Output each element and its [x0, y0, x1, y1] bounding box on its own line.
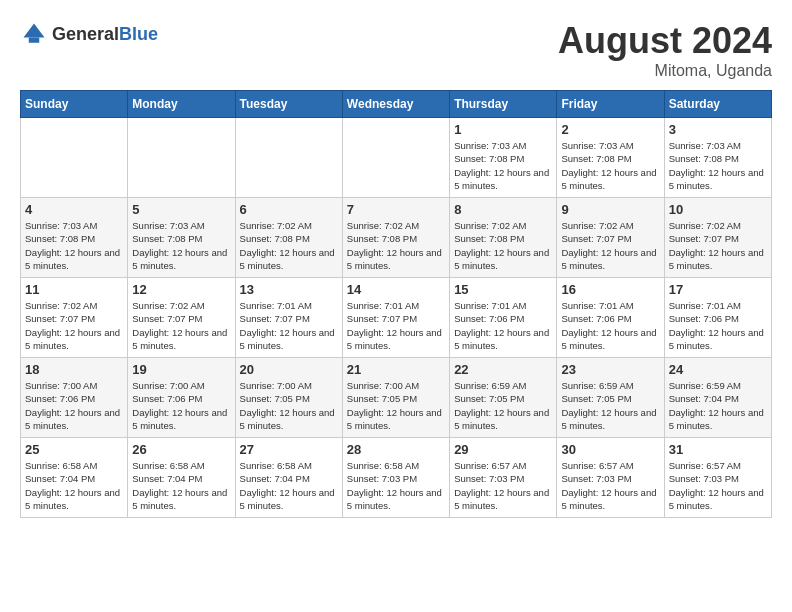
calendar-cell: 13Sunrise: 7:01 AMSunset: 7:07 PMDayligh…	[235, 278, 342, 358]
day-number: 11	[25, 282, 123, 297]
calendar-table: SundayMondayTuesdayWednesdayThursdayFrid…	[20, 90, 772, 518]
day-number: 15	[454, 282, 552, 297]
day-number: 25	[25, 442, 123, 457]
calendar-cell: 10Sunrise: 7:02 AMSunset: 7:07 PMDayligh…	[664, 198, 771, 278]
calendar-cell: 24Sunrise: 6:59 AMSunset: 7:04 PMDayligh…	[664, 358, 771, 438]
weekday-header-saturday: Saturday	[664, 91, 771, 118]
day-number: 16	[561, 282, 659, 297]
weekday-header-sunday: Sunday	[21, 91, 128, 118]
calendar-cell: 29Sunrise: 6:57 AMSunset: 7:03 PMDayligh…	[450, 438, 557, 518]
calendar-cell: 5Sunrise: 7:03 AMSunset: 7:08 PMDaylight…	[128, 198, 235, 278]
calendar-cell: 20Sunrise: 7:00 AMSunset: 7:05 PMDayligh…	[235, 358, 342, 438]
day-info: Sunrise: 7:03 AMSunset: 7:08 PMDaylight:…	[25, 219, 123, 272]
day-number: 4	[25, 202, 123, 217]
day-number: 10	[669, 202, 767, 217]
day-number: 13	[240, 282, 338, 297]
day-number: 19	[132, 362, 230, 377]
logo-blue: Blue	[119, 24, 158, 44]
day-number: 3	[669, 122, 767, 137]
calendar-cell: 17Sunrise: 7:01 AMSunset: 7:06 PMDayligh…	[664, 278, 771, 358]
day-number: 31	[669, 442, 767, 457]
day-info: Sunrise: 7:01 AMSunset: 7:06 PMDaylight:…	[669, 299, 767, 352]
month-title: August 2024	[558, 20, 772, 62]
day-info: Sunrise: 7:01 AMSunset: 7:06 PMDaylight:…	[454, 299, 552, 352]
day-info: Sunrise: 6:58 AMSunset: 7:03 PMDaylight:…	[347, 459, 445, 512]
calendar-cell: 31Sunrise: 6:57 AMSunset: 7:03 PMDayligh…	[664, 438, 771, 518]
day-number: 24	[669, 362, 767, 377]
day-info: Sunrise: 6:57 AMSunset: 7:03 PMDaylight:…	[454, 459, 552, 512]
day-info: Sunrise: 7:02 AMSunset: 7:07 PMDaylight:…	[25, 299, 123, 352]
day-info: Sunrise: 7:01 AMSunset: 7:06 PMDaylight:…	[561, 299, 659, 352]
day-info: Sunrise: 7:02 AMSunset: 7:07 PMDaylight:…	[561, 219, 659, 272]
calendar-cell: 26Sunrise: 6:58 AMSunset: 7:04 PMDayligh…	[128, 438, 235, 518]
day-info: Sunrise: 7:02 AMSunset: 7:08 PMDaylight:…	[240, 219, 338, 272]
logo-text: GeneralBlue	[52, 24, 158, 45]
calendar-cell: 28Sunrise: 6:58 AMSunset: 7:03 PMDayligh…	[342, 438, 449, 518]
calendar-cell: 3Sunrise: 7:03 AMSunset: 7:08 PMDaylight…	[664, 118, 771, 198]
weekday-header-thursday: Thursday	[450, 91, 557, 118]
location: Mitoma, Uganda	[558, 62, 772, 80]
calendar-header: SundayMondayTuesdayWednesdayThursdayFrid…	[21, 91, 772, 118]
calendar-week-0: 1Sunrise: 7:03 AMSunset: 7:08 PMDaylight…	[21, 118, 772, 198]
weekday-header-friday: Friday	[557, 91, 664, 118]
day-number: 18	[25, 362, 123, 377]
weekday-header-monday: Monday	[128, 91, 235, 118]
calendar-cell: 7Sunrise: 7:02 AMSunset: 7:08 PMDaylight…	[342, 198, 449, 278]
calendar-body: 1Sunrise: 7:03 AMSunset: 7:08 PMDaylight…	[21, 118, 772, 518]
header-row: SundayMondayTuesdayWednesdayThursdayFrid…	[21, 91, 772, 118]
day-info: Sunrise: 6:58 AMSunset: 7:04 PMDaylight:…	[25, 459, 123, 512]
day-number: 27	[240, 442, 338, 457]
calendar-cell: 16Sunrise: 7:01 AMSunset: 7:06 PMDayligh…	[557, 278, 664, 358]
title-block: August 2024 Mitoma, Uganda	[558, 20, 772, 80]
calendar-week-1: 4Sunrise: 7:03 AMSunset: 7:08 PMDaylight…	[21, 198, 772, 278]
day-number: 7	[347, 202, 445, 217]
day-info: Sunrise: 7:00 AMSunset: 7:05 PMDaylight:…	[240, 379, 338, 432]
day-number: 2	[561, 122, 659, 137]
calendar-cell: 9Sunrise: 7:02 AMSunset: 7:07 PMDaylight…	[557, 198, 664, 278]
calendar-cell: 23Sunrise: 6:59 AMSunset: 7:05 PMDayligh…	[557, 358, 664, 438]
day-info: Sunrise: 6:57 AMSunset: 7:03 PMDaylight:…	[669, 459, 767, 512]
calendar-cell	[342, 118, 449, 198]
weekday-header-tuesday: Tuesday	[235, 91, 342, 118]
day-number: 23	[561, 362, 659, 377]
day-info: Sunrise: 7:00 AMSunset: 7:06 PMDaylight:…	[25, 379, 123, 432]
weekday-header-wednesday: Wednesday	[342, 91, 449, 118]
calendar-cell: 21Sunrise: 7:00 AMSunset: 7:05 PMDayligh…	[342, 358, 449, 438]
logo: GeneralBlue	[20, 20, 158, 48]
calendar-cell: 30Sunrise: 6:57 AMSunset: 7:03 PMDayligh…	[557, 438, 664, 518]
day-info: Sunrise: 7:02 AMSunset: 7:08 PMDaylight:…	[347, 219, 445, 272]
day-info: Sunrise: 6:57 AMSunset: 7:03 PMDaylight:…	[561, 459, 659, 512]
calendar-cell: 1Sunrise: 7:03 AMSunset: 7:08 PMDaylight…	[450, 118, 557, 198]
day-info: Sunrise: 7:03 AMSunset: 7:08 PMDaylight:…	[669, 139, 767, 192]
day-number: 17	[669, 282, 767, 297]
day-number: 8	[454, 202, 552, 217]
calendar-cell: 12Sunrise: 7:02 AMSunset: 7:07 PMDayligh…	[128, 278, 235, 358]
day-info: Sunrise: 7:03 AMSunset: 7:08 PMDaylight:…	[454, 139, 552, 192]
day-number: 29	[454, 442, 552, 457]
day-info: Sunrise: 7:00 AMSunset: 7:05 PMDaylight:…	[347, 379, 445, 432]
day-info: Sunrise: 7:02 AMSunset: 7:08 PMDaylight:…	[454, 219, 552, 272]
day-number: 5	[132, 202, 230, 217]
calendar-cell: 8Sunrise: 7:02 AMSunset: 7:08 PMDaylight…	[450, 198, 557, 278]
calendar-cell: 27Sunrise: 6:58 AMSunset: 7:04 PMDayligh…	[235, 438, 342, 518]
day-number: 26	[132, 442, 230, 457]
calendar-cell: 19Sunrise: 7:00 AMSunset: 7:06 PMDayligh…	[128, 358, 235, 438]
day-number: 14	[347, 282, 445, 297]
day-info: Sunrise: 6:58 AMSunset: 7:04 PMDaylight:…	[132, 459, 230, 512]
calendar-week-3: 18Sunrise: 7:00 AMSunset: 7:06 PMDayligh…	[21, 358, 772, 438]
calendar-cell: 25Sunrise: 6:58 AMSunset: 7:04 PMDayligh…	[21, 438, 128, 518]
calendar-week-4: 25Sunrise: 6:58 AMSunset: 7:04 PMDayligh…	[21, 438, 772, 518]
day-number: 9	[561, 202, 659, 217]
calendar-cell: 14Sunrise: 7:01 AMSunset: 7:07 PMDayligh…	[342, 278, 449, 358]
day-info: Sunrise: 7:02 AMSunset: 7:07 PMDaylight:…	[669, 219, 767, 272]
day-number: 30	[561, 442, 659, 457]
day-number: 28	[347, 442, 445, 457]
calendar-cell: 18Sunrise: 7:00 AMSunset: 7:06 PMDayligh…	[21, 358, 128, 438]
day-info: Sunrise: 6:59 AMSunset: 7:05 PMDaylight:…	[454, 379, 552, 432]
day-info: Sunrise: 6:59 AMSunset: 7:05 PMDaylight:…	[561, 379, 659, 432]
calendar-cell: 15Sunrise: 7:01 AMSunset: 7:06 PMDayligh…	[450, 278, 557, 358]
day-number: 22	[454, 362, 552, 377]
day-number: 20	[240, 362, 338, 377]
calendar-cell	[235, 118, 342, 198]
logo-icon	[20, 20, 48, 48]
